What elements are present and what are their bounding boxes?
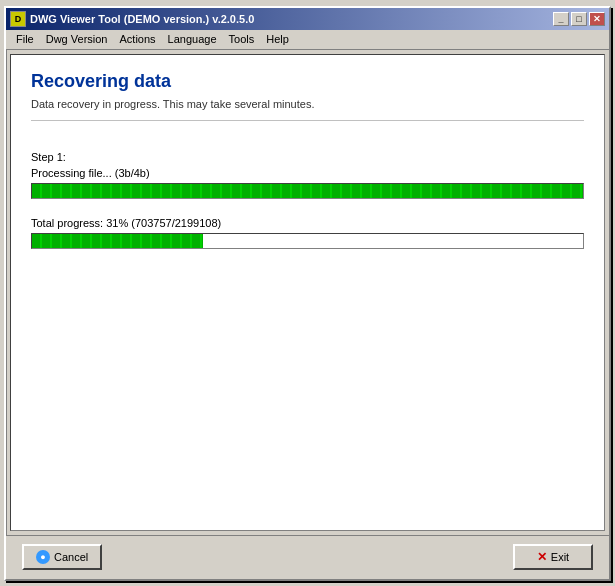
menu-file[interactable]: File <box>10 31 40 47</box>
close-button[interactable]: ✕ <box>589 12 605 26</box>
total-progress-section: Total progress: 31% (703757/2199108) <box>31 217 584 249</box>
exit-button[interactable]: ✕ Exit <box>513 544 593 570</box>
recovery-subtitle: Data recovery in progress. This may take… <box>31 98 584 121</box>
recovery-title: Recovering data <box>31 71 584 92</box>
title-bar: D DWG Viewer Tool (DEMO version.) v.2.0.… <box>6 8 609 30</box>
step-label: Step 1: <box>31 151 584 163</box>
content-area: Recovering data Data recovery in progres… <box>10 54 605 531</box>
menu-dwg-version[interactable]: Dwg Version <box>40 31 114 47</box>
exit-label: Exit <box>551 551 569 563</box>
file-progress-bar-container <box>31 183 584 199</box>
main-window: D DWG Viewer Tool (DEMO version.) v.2.0.… <box>4 6 611 581</box>
total-progress-label: Total progress: 31% (703757/2199108) <box>31 217 584 229</box>
file-progress-bar-fill <box>32 184 583 198</box>
title-bar-left: D DWG Viewer Tool (DEMO version.) v.2.0.… <box>10 11 254 27</box>
menu-actions[interactable]: Actions <box>114 31 162 47</box>
menu-help[interactable]: Help <box>260 31 295 47</box>
app-icon: D <box>10 11 26 27</box>
step-progress-section: Step 1: Processing file... (3b/4b) <box>31 151 584 199</box>
menu-language[interactable]: Language <box>162 31 223 47</box>
window-title: DWG Viewer Tool (DEMO version.) v.2.0.5.… <box>30 13 254 25</box>
cancel-button[interactable]: ● Cancel <box>22 544 102 570</box>
total-progress-bar-fill <box>32 234 203 248</box>
exit-icon: ✕ <box>537 550 547 564</box>
menu-bar: File Dwg Version Actions Language Tools … <box>6 30 609 50</box>
total-progress-bar-container <box>31 233 584 249</box>
title-buttons: _ □ ✕ <box>553 12 605 26</box>
menu-tools[interactable]: Tools <box>223 31 261 47</box>
cancel-icon: ● <box>36 550 50 564</box>
maximize-button[interactable]: □ <box>571 12 587 26</box>
button-bar: ● Cancel ✕ Exit <box>6 535 609 579</box>
file-progress-label: Processing file... (3b/4b) <box>31 167 584 179</box>
minimize-button[interactable]: _ <box>553 12 569 26</box>
cancel-label: Cancel <box>54 551 88 563</box>
